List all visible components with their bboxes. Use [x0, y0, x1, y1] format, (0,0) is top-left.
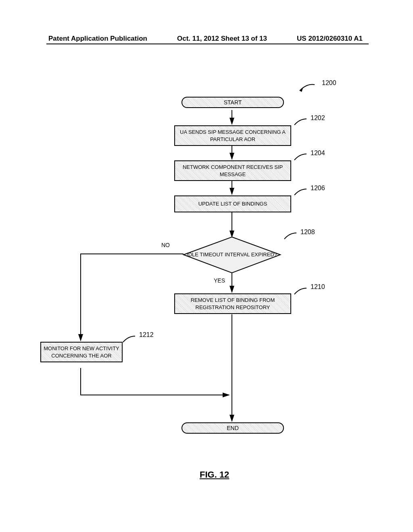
leader-1206: [292, 185, 313, 197]
step-1212-text: MONITOR FOR NEW ACTIVITY CONCERNING THE …: [44, 345, 119, 359]
decision-1208-text: IDLE TIMEOUT INTERVAL EXPIRED?: [187, 251, 277, 258]
leader-1202: [292, 115, 313, 127]
leader-1212: [121, 332, 141, 344]
process-1212: MONITOR FOR NEW ACTIVITY CONCERNING THE …: [40, 342, 123, 362]
step-1204-text: NETWORK COMPONENT RECEIVES SIP MESSAGE: [183, 164, 283, 177]
leader-1200: [296, 79, 325, 95]
process-1204: NETWORK COMPONENT RECEIVES SIP MESSAGE: [174, 160, 291, 181]
page-header: Patent Application Publication Oct. 11, …: [0, 35, 413, 43]
decision-no-label: NO: [161, 242, 170, 248]
ref-1208: 1208: [300, 229, 315, 236]
start-label: START: [224, 99, 242, 106]
process-1206: UPDATE LIST OF BINDINGS: [174, 195, 291, 212]
terminator-start: START: [181, 97, 284, 108]
header-center: Oct. 11, 2012 Sheet 13 of 13: [177, 35, 267, 43]
step-1206-text: UPDATE LIST OF BINDINGS: [198, 201, 267, 207]
step-1210-text: REMOVE LIST OF BINDING FROM REGISTRATION…: [191, 297, 275, 310]
ref-1202: 1202: [311, 114, 325, 122]
ref-1200: 1200: [322, 79, 336, 87]
figure-label: FIG. 12: [200, 470, 229, 480]
terminator-end: END: [181, 422, 284, 434]
ref-1212: 1212: [139, 331, 154, 339]
ref-1206: 1206: [311, 185, 325, 192]
leader-1208: [282, 229, 302, 241]
ref-1210: 1210: [311, 283, 325, 291]
header-rule: [46, 44, 369, 44]
leader-1210: [292, 284, 313, 296]
step-1202-text: UA SENDS SIP MESSAGE CONCERNING A PARTIC…: [180, 129, 286, 142]
ref-1204: 1204: [311, 150, 325, 157]
end-label: END: [227, 425, 239, 431]
header-right: US 2012/0260310 A1: [297, 35, 363, 43]
decision-yes-label: YES: [214, 277, 225, 284]
header-left: Patent Application Publication: [48, 35, 147, 43]
leader-1204: [292, 150, 313, 162]
process-1202: UA SENDS SIP MESSAGE CONCERNING A PARTIC…: [174, 125, 291, 146]
process-1210: REMOVE LIST OF BINDING FROM REGISTRATION…: [174, 293, 291, 314]
